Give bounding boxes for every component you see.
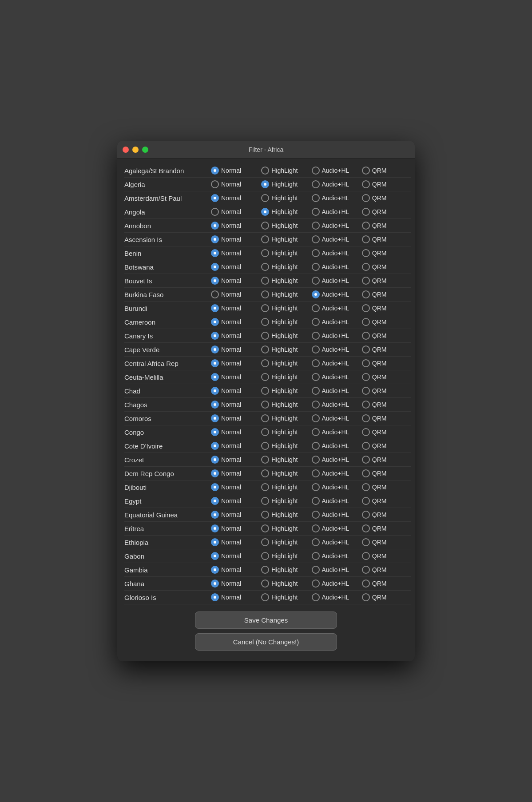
- radio-btn-highlight[interactable]: [261, 304, 269, 312]
- radio-option-qrm[interactable]: QRM: [362, 497, 411, 505]
- radio-option-qrm[interactable]: QRM: [362, 511, 411, 519]
- radio-btn-audio+hl[interactable]: [312, 208, 320, 216]
- radio-option-normal[interactable]: Normal: [211, 222, 260, 230]
- radio-btn-highlight[interactable]: [261, 263, 269, 271]
- radio-btn-audio+hl[interactable]: [312, 263, 320, 271]
- radio-option-normal[interactable]: Normal: [211, 428, 260, 436]
- radio-btn-normal[interactable]: [211, 180, 219, 188]
- radio-btn-normal[interactable]: [211, 222, 219, 230]
- radio-btn-normal[interactable]: [211, 263, 219, 271]
- radio-btn-highlight[interactable]: [261, 373, 269, 381]
- radio-btn-qrm[interactable]: [362, 318, 370, 326]
- radio-option-normal[interactable]: Normal: [211, 483, 260, 491]
- radio-btn-qrm[interactable]: [362, 249, 370, 257]
- radio-option-qrm[interactable]: QRM: [362, 387, 411, 395]
- radio-btn-qrm[interactable]: [362, 345, 370, 353]
- radio-btn-audio+hl[interactable]: [312, 401, 320, 409]
- radio-option-qrm[interactable]: QRM: [362, 180, 411, 188]
- radio-option-audiohl[interactable]: Audio+HL: [312, 442, 361, 450]
- radio-option-audiohl[interactable]: Audio+HL: [312, 263, 361, 271]
- radio-btn-qrm[interactable]: [362, 290, 370, 298]
- radio-btn-qrm[interactable]: [362, 359, 370, 367]
- radio-btn-qrm[interactable]: [362, 263, 370, 271]
- radio-option-audiohl[interactable]: Audio+HL: [312, 593, 361, 601]
- radio-btn-normal[interactable]: [211, 456, 219, 464]
- radio-btn-audio+hl[interactable]: [312, 566, 320, 574]
- radio-option-qrm[interactable]: QRM: [362, 469, 411, 477]
- radio-option-audiohl[interactable]: Audio+HL: [312, 497, 361, 505]
- radio-option-normal[interactable]: Normal: [211, 497, 260, 505]
- radio-btn-highlight[interactable]: [261, 318, 269, 326]
- radio-option-highlight[interactable]: HighLight: [261, 304, 310, 312]
- radio-option-audiohl[interactable]: Audio+HL: [312, 194, 361, 202]
- radio-btn-qrm[interactable]: [362, 401, 370, 409]
- radio-option-highlight[interactable]: HighLight: [261, 345, 310, 353]
- radio-btn-audio+hl[interactable]: [312, 332, 320, 340]
- radio-btn-normal[interactable]: [211, 373, 219, 381]
- radio-option-highlight[interactable]: HighLight: [261, 414, 310, 422]
- radio-option-qrm[interactable]: QRM: [362, 332, 411, 340]
- radio-option-qrm[interactable]: QRM: [362, 373, 411, 381]
- radio-btn-qrm[interactable]: [362, 511, 370, 519]
- radio-btn-highlight[interactable]: [261, 208, 269, 216]
- radio-btn-normal[interactable]: [211, 318, 219, 326]
- radio-option-highlight[interactable]: HighLight: [261, 249, 310, 257]
- radio-option-normal[interactable]: Normal: [211, 194, 260, 202]
- radio-btn-audio+hl[interactable]: [312, 304, 320, 312]
- radio-btn-highlight[interactable]: [261, 290, 269, 298]
- radio-option-normal[interactable]: Normal: [211, 235, 260, 243]
- radio-btn-highlight[interactable]: [261, 456, 269, 464]
- radio-btn-qrm[interactable]: [362, 593, 370, 601]
- radio-btn-audio+hl[interactable]: [312, 442, 320, 450]
- radio-option-highlight[interactable]: HighLight: [261, 263, 310, 271]
- radio-option-highlight[interactable]: HighLight: [261, 593, 310, 601]
- radio-btn-normal[interactable]: [211, 552, 219, 560]
- radio-btn-qrm[interactable]: [362, 566, 370, 574]
- radio-option-audiohl[interactable]: Audio+HL: [312, 414, 361, 422]
- radio-option-normal[interactable]: Normal: [211, 566, 260, 574]
- radio-btn-normal[interactable]: [211, 304, 219, 312]
- radio-option-qrm[interactable]: QRM: [362, 538, 411, 546]
- radio-option-qrm[interactable]: QRM: [362, 580, 411, 588]
- radio-option-audiohl[interactable]: Audio+HL: [312, 373, 361, 381]
- radio-btn-highlight[interactable]: [261, 249, 269, 257]
- radio-option-audiohl[interactable]: Audio+HL: [312, 359, 361, 367]
- radio-btn-normal[interactable]: [211, 414, 219, 422]
- radio-btn-normal[interactable]: [211, 290, 219, 298]
- radio-option-audiohl[interactable]: Audio+HL: [312, 332, 361, 340]
- maximize-button[interactable]: [142, 147, 148, 153]
- radio-option-audiohl[interactable]: Audio+HL: [312, 249, 361, 257]
- radio-btn-highlight[interactable]: [261, 180, 269, 188]
- radio-btn-qrm[interactable]: [362, 497, 370, 505]
- radio-option-highlight[interactable]: HighLight: [261, 318, 310, 326]
- radio-option-audiohl[interactable]: Audio+HL: [312, 456, 361, 464]
- radio-option-qrm[interactable]: QRM: [362, 566, 411, 574]
- radio-btn-normal[interactable]: [211, 566, 219, 574]
- radio-btn-normal[interactable]: [211, 249, 219, 257]
- radio-btn-normal[interactable]: [211, 483, 219, 491]
- radio-option-qrm[interactable]: QRM: [362, 442, 411, 450]
- radio-option-highlight[interactable]: HighLight: [261, 497, 310, 505]
- radio-btn-audio+hl[interactable]: [312, 345, 320, 353]
- radio-btn-audio+hl[interactable]: [312, 277, 320, 285]
- radio-btn-audio+hl[interactable]: [312, 511, 320, 519]
- radio-btn-highlight[interactable]: [261, 194, 269, 202]
- radio-btn-qrm[interactable]: [362, 194, 370, 202]
- radio-option-audiohl[interactable]: Audio+HL: [312, 345, 361, 353]
- radio-btn-highlight[interactable]: [261, 428, 269, 436]
- radio-btn-qrm[interactable]: [362, 222, 370, 230]
- radio-btn-normal[interactable]: [211, 593, 219, 601]
- radio-option-normal[interactable]: Normal: [211, 290, 260, 298]
- radio-btn-highlight[interactable]: [261, 414, 269, 422]
- radio-option-highlight[interactable]: HighLight: [261, 222, 310, 230]
- radio-option-audiohl[interactable]: Audio+HL: [312, 235, 361, 243]
- radio-option-qrm[interactable]: QRM: [362, 401, 411, 409]
- radio-option-normal[interactable]: Normal: [211, 580, 260, 588]
- country-list[interactable]: Agalega/St BrandonNormalHighLightAudio+H…: [117, 164, 415, 604]
- radio-option-highlight[interactable]: HighLight: [261, 469, 310, 477]
- radio-option-highlight[interactable]: HighLight: [261, 442, 310, 450]
- radio-option-highlight[interactable]: HighLight: [261, 483, 310, 491]
- radio-btn-highlight[interactable]: [261, 538, 269, 546]
- radio-btn-normal[interactable]: [211, 277, 219, 285]
- radio-btn-normal[interactable]: [211, 208, 219, 216]
